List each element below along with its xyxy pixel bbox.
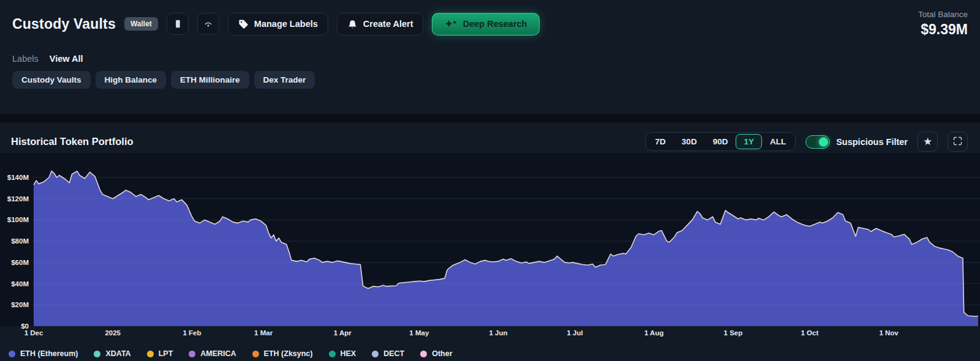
total-balance-value: $9.39M xyxy=(918,21,968,38)
legend-label: ETH (Ethereum) xyxy=(20,349,78,358)
x-axis-tick-label: 1 Mar xyxy=(254,329,273,337)
label-chips: Custody VaultsHigh BalanceETH Millionair… xyxy=(12,71,968,89)
y-axis-tick-label: $100M xyxy=(7,216,29,223)
legend-item-hex[interactable]: HEX xyxy=(329,349,356,358)
legend-label: HEX xyxy=(341,349,356,358)
phone-icon xyxy=(172,18,184,30)
legend-dot xyxy=(94,351,100,357)
label-chip-high-balance[interactable]: High Balance xyxy=(96,71,167,89)
y-axis-tick-label: $140M xyxy=(7,174,29,181)
chart-panel: Historical Token Portfolio 7D30D90D1YALL… xyxy=(0,122,980,361)
x-axis-tick-label: 1 Jul xyxy=(567,329,582,337)
wallet-type-badge: Wallet xyxy=(124,17,158,31)
legend-label: AMERICA xyxy=(200,349,236,358)
range-button-1y[interactable]: 1Y xyxy=(736,134,762,149)
legend-dot xyxy=(189,351,195,357)
y-axis-tick-label: $80M xyxy=(11,237,29,245)
label-chip-dex-trader[interactable]: Dex Trader xyxy=(254,71,315,89)
toggle-knob xyxy=(819,137,828,146)
x-axis-tick-label: 2025 xyxy=(105,329,121,337)
watch-wallet-button[interactable] xyxy=(197,13,219,35)
x-axis-tick-label: 1 Apr xyxy=(334,329,352,337)
range-button-7d[interactable]: 7D xyxy=(647,134,674,149)
range-button-90d[interactable]: 90D xyxy=(705,134,736,149)
time-range-group: 7D30D90D1YALL xyxy=(646,132,796,151)
wallet-header-panel: Custody Vaults Wallet xyxy=(0,0,980,114)
legend-label: XDATA xyxy=(105,349,130,358)
x-axis-tick-label: 1 Dec xyxy=(24,329,43,337)
y-axis-tick-label: $20M xyxy=(11,301,29,308)
bell-icon xyxy=(347,19,358,29)
chart-header: Historical Token Portfolio 7D30D90D1YALL… xyxy=(0,122,980,152)
legend-item-xdata[interactable]: XDATA xyxy=(94,349,130,358)
sparkles-icon: ✦ xyxy=(445,19,456,28)
device-button[interactable] xyxy=(167,13,189,35)
y-axis-tick-label: $40M xyxy=(11,280,29,288)
tag-icon xyxy=(238,19,249,29)
x-axis-tick-label: 1 Aug xyxy=(644,329,664,337)
legend-label: LPT xyxy=(159,349,173,358)
suspicious-filter-label: Suspicious Filter xyxy=(836,137,908,147)
suspicious-filter: Suspicious Filter xyxy=(805,135,908,149)
range-button-30d[interactable]: 30D xyxy=(674,134,705,149)
labels-title: Labels xyxy=(12,54,39,64)
legend-item-eth-zksync[interactable]: ETH (Zksync) xyxy=(252,349,313,358)
manage-labels-button[interactable]: Manage Labels xyxy=(228,13,328,35)
legend-dot xyxy=(372,351,379,357)
x-axis-tick-label: 1 Jun xyxy=(489,329,507,337)
legend-item-eth-ethereum[interactable]: ETH (Ethereum) xyxy=(9,349,78,358)
suspicious-filter-toggle[interactable] xyxy=(805,135,830,149)
deep-research-label: Deep Research xyxy=(463,19,527,29)
star-icon: ★ xyxy=(923,136,932,147)
y-axis-tick-label: $60M xyxy=(11,259,29,266)
labels-row: Labels View All xyxy=(12,54,968,64)
page: Custody Vaults Wallet xyxy=(0,0,980,361)
legend-dot xyxy=(329,351,336,357)
x-axis-tick-label: 1 Sep xyxy=(724,329,743,337)
y-axis-tick-label: $120M xyxy=(7,195,29,203)
favorite-button[interactable]: ★ xyxy=(918,132,938,152)
chart-legend: ETH (Ethereum)XDATALPTAMERICAETH (Zksync… xyxy=(9,349,453,358)
legend-dot xyxy=(9,351,15,357)
legend-label: Other xyxy=(432,349,452,358)
fullscreen-button[interactable] xyxy=(948,132,968,152)
create-alert-button[interactable]: Create Alert xyxy=(337,13,424,35)
x-axis-tick-label: 1 May xyxy=(409,329,429,337)
portfolio-area-chart[interactable]: $140M$120M$100M$80M$60M$40M$20M$01 Dec20… xyxy=(0,153,980,337)
label-chip-eth-millionaire[interactable]: ETH Millionaire xyxy=(171,71,249,89)
range-button-all[interactable]: ALL xyxy=(762,134,794,149)
total-balance: Total Balance $9.39M xyxy=(918,10,968,38)
x-axis-tick-label: 1 Nov xyxy=(879,329,899,337)
view-all-link[interactable]: View All xyxy=(50,54,83,64)
legend-item-dect[interactable]: DECT xyxy=(372,349,404,358)
manage-labels-label: Manage Labels xyxy=(254,19,318,29)
legend-item-america[interactable]: AMERICA xyxy=(189,349,236,358)
chart-controls: 7D30D90D1YALL Suspicious Filter ★ xyxy=(646,132,968,152)
x-axis-tick-label: 1 Oct xyxy=(801,329,819,337)
legend-label: DECT xyxy=(383,349,404,358)
deep-research-button[interactable]: ✦ Deep Research xyxy=(432,13,540,35)
create-alert-label: Create Alert xyxy=(363,19,413,29)
x-axis-tick-label: 1 Feb xyxy=(183,329,201,337)
legend-dot xyxy=(420,351,427,357)
total-balance-label: Total Balance xyxy=(918,10,968,19)
header-row: Custody Vaults Wallet xyxy=(12,10,968,38)
legend-dot xyxy=(252,351,259,357)
radar-icon xyxy=(202,18,214,30)
expand-icon xyxy=(952,136,963,148)
legend-item-lpt[interactable]: LPT xyxy=(147,349,173,358)
label-chip-custody-vaults[interactable]: Custody Vaults xyxy=(12,71,91,89)
chart-title: Historical Token Portfolio xyxy=(11,136,134,147)
page-title: Custody Vaults xyxy=(12,16,116,32)
legend-dot xyxy=(147,351,154,357)
legend-label: ETH (Zksync) xyxy=(264,349,313,358)
legend-item-other[interactable]: Other xyxy=(420,349,452,358)
